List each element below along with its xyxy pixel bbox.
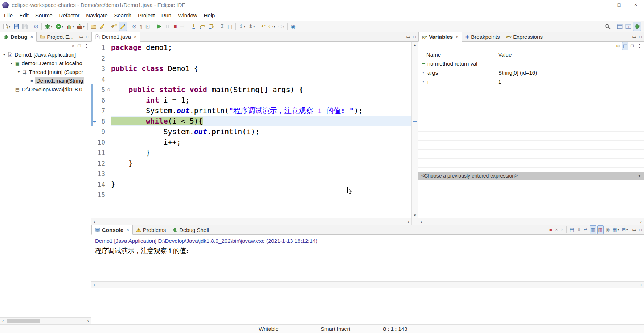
tab-console[interactable]: Console× bbox=[91, 225, 133, 235]
line-number[interactable]: 1 bbox=[97, 42, 107, 53]
code-line-12[interactable]: 12 } bbox=[91, 158, 411, 168]
step-return-icon[interactable] bbox=[207, 22, 215, 31]
line-number[interactable]: 10 bbox=[97, 137, 107, 147]
line-number[interactable]: 13 bbox=[97, 168, 107, 179]
debug-tree-item-demo1-main-string[interactable]: ≡Demo1.main(String bbox=[0, 76, 91, 85]
next-annotation-icon[interactable]: ⇟▾ bbox=[247, 22, 256, 31]
tab-demo1-java[interactable]: Demo1.java× bbox=[91, 32, 140, 42]
minimize-view-icon[interactable]: ▭ bbox=[406, 34, 410, 39]
step-into-icon[interactable] bbox=[190, 22, 198, 31]
scroll-right-icon[interactable]: › bbox=[638, 219, 644, 224]
menu-navigate[interactable]: Navigate bbox=[83, 10, 111, 21]
coverage-icon[interactable]: ▾ bbox=[65, 22, 75, 31]
view-menu-icon[interactable]: ⋮ bbox=[83, 42, 90, 50]
terminate-console-icon[interactable]: ■ bbox=[548, 225, 553, 234]
save-icon[interactable] bbox=[12, 22, 20, 31]
maximize-view-icon[interactable]: □ bbox=[86, 34, 89, 39]
window-close-button[interactable]: × bbox=[627, 0, 644, 10]
minimize-view-icon[interactable]: ▭ bbox=[632, 34, 636, 39]
line-number[interactable]: 14 bbox=[97, 179, 107, 190]
code-line-2[interactable]: 2 bbox=[91, 53, 411, 63]
scroll-left-icon[interactable]: ‹ bbox=[0, 318, 6, 324]
code-line-11[interactable]: 11 } bbox=[91, 147, 411, 158]
fold-collapse-icon[interactable]: ⊖ bbox=[107, 84, 111, 95]
variables-horizontal-scrollbar[interactable]: ‹ › bbox=[418, 218, 644, 225]
tab-problems[interactable]: Problems bbox=[133, 225, 169, 234]
code-area[interactable]: 1package demo1;23public class Demo1 {45⊖… bbox=[91, 42, 411, 218]
window-maximize-button[interactable]: □ bbox=[611, 0, 627, 10]
collapse-all-icon[interactable]: ⊟ bbox=[76, 42, 82, 50]
maximize-view-icon[interactable]: □ bbox=[639, 34, 642, 39]
scroll-left-icon[interactable]: ‹ bbox=[418, 219, 424, 224]
code-line-7[interactable]: 7 System.out.println("程序调试演示，注意观察 i 的值: … bbox=[91, 105, 411, 116]
scroll-lock-icon[interactable]: ⇩ bbox=[576, 225, 582, 234]
close-tab-icon[interactable]: × bbox=[126, 227, 129, 233]
close-tab-icon[interactable]: × bbox=[456, 34, 459, 39]
step-over-icon[interactable] bbox=[198, 22, 206, 31]
terminate-icon[interactable]: ■ bbox=[172, 22, 178, 31]
line-number[interactable]: 5 bbox=[97, 84, 107, 95]
code-line-10[interactable]: 10 i++; bbox=[91, 137, 411, 147]
display-selected-console-menu-icon[interactable]: ▾ bbox=[617, 228, 619, 232]
window-minimize-button[interactable]: — bbox=[594, 0, 611, 10]
show-selected-element-icon[interactable]: ⊡ bbox=[144, 22, 151, 31]
tab-expressions[interactable]: x+yExpressions bbox=[503, 32, 546, 41]
scroll-right-icon[interactable]: › bbox=[406, 219, 411, 224]
use-step-filters-icon[interactable]: ◫ bbox=[226, 22, 234, 31]
previous-annotation-menu-icon[interactable]: ▾ bbox=[244, 25, 246, 28]
expression-dropdown-icon[interactable]: ▾ bbox=[638, 174, 644, 178]
show-logical-structures-icon[interactable]: ⊛ bbox=[615, 42, 621, 50]
line-number[interactable]: 12 bbox=[97, 158, 107, 168]
code-line-15[interactable]: 15 bbox=[91, 190, 411, 200]
debug-tree-item-demo1-demo1-at-localho[interactable]: ▾▣demo1.Demo1 at localho bbox=[0, 59, 91, 67]
open-type-icon[interactable]: ⊙ bbox=[131, 22, 138, 31]
code-line-1[interactable]: 1package demo1; bbox=[91, 42, 411, 53]
console-horizontal-scrollbar[interactable]: ‹ › bbox=[91, 281, 644, 288]
menu-refactor[interactable]: Refactor bbox=[56, 10, 83, 21]
line-number[interactable]: 3 bbox=[97, 63, 107, 74]
menu-search[interactable]: Search bbox=[111, 10, 135, 21]
line-number[interactable]: 9 bbox=[97, 126, 107, 137]
column-header-value[interactable]: Value bbox=[495, 50, 644, 59]
debug-tree-item-d-develop-java-jdk1-8-0[interactable]: ▤D:\Develop\Java\jdk1.8.0. bbox=[0, 85, 91, 93]
show-columns-icon[interactable]: ◫ bbox=[622, 42, 628, 50]
show-console-on-stdout-icon[interactable]: ▥ bbox=[590, 225, 596, 234]
debug-icon[interactable]: ▾ bbox=[44, 22, 54, 31]
scrollbar-thumb[interactable] bbox=[7, 319, 40, 323]
back-icon[interactable]: ⇦▾ bbox=[267, 22, 276, 31]
disconnect-icon[interactable]: ⊣ bbox=[179, 22, 186, 31]
new-java-project-icon[interactable] bbox=[90, 22, 98, 31]
line-number[interactable]: 8 bbox=[97, 116, 107, 126]
code-line-5[interactable]: 5⊖ public static void main(String[] args… bbox=[91, 84, 411, 95]
debug-tree-item-thread-main-susper[interactable]: ▾⇶Thread [main] (Susper bbox=[0, 67, 91, 76]
scroll-left-icon[interactable]: ‹ bbox=[91, 219, 97, 224]
maximize-view-icon[interactable]: □ bbox=[413, 34, 416, 39]
scroll-right-icon[interactable]: › bbox=[638, 282, 644, 287]
resume-icon[interactable] bbox=[155, 22, 163, 31]
debug-perspective-icon[interactable] bbox=[633, 22, 641, 31]
line-number[interactable]: 6 bbox=[97, 95, 107, 105]
code-line-9[interactable]: 9 System.out.println(i); bbox=[91, 126, 411, 137]
next-annotation-menu-icon[interactable]: ▾ bbox=[253, 25, 255, 28]
line-number[interactable]: 11 bbox=[97, 147, 107, 158]
scroll-up-icon[interactable]: ▴ bbox=[412, 42, 418, 47]
suspend-icon[interactable] bbox=[164, 22, 172, 31]
run-icon[interactable]: ▾ bbox=[54, 22, 65, 31]
variable-row-i[interactable]: ●i1 bbox=[418, 77, 644, 86]
maximize-view-icon[interactable]: □ bbox=[639, 227, 642, 232]
code-line-3[interactable]: 3public class Demo1 { bbox=[91, 63, 411, 74]
tab-breakpoints[interactable]: ◉Breakpoints bbox=[462, 32, 503, 41]
show-console-on-stderr-icon[interactable]: ▥ bbox=[597, 225, 604, 234]
previous-annotation-icon[interactable]: ⇞▾ bbox=[238, 22, 246, 31]
drop-to-frame-icon[interactable]: ↧ bbox=[219, 22, 226, 31]
tab-project-e[interactable]: Project E... bbox=[37, 32, 77, 41]
open-console-menu-icon[interactable]: ▾ bbox=[626, 228, 628, 232]
new-class-icon[interactable] bbox=[98, 22, 106, 31]
tab-variables[interactable]: (x)=Variables× bbox=[418, 32, 462, 42]
editor-vertical-scrollbar[interactable]: ▴ ▾ bbox=[411, 42, 418, 218]
debug-horizontal-scrollbar[interactable]: ‹ › bbox=[0, 317, 91, 324]
menu-file[interactable]: File bbox=[1, 10, 16, 21]
expand-arrow-icon[interactable]: ▾ bbox=[16, 70, 21, 74]
variable-row-args[interactable]: ●argsString[0] (id=16) bbox=[418, 68, 644, 77]
quick-access-search-icon[interactable] bbox=[604, 22, 612, 31]
